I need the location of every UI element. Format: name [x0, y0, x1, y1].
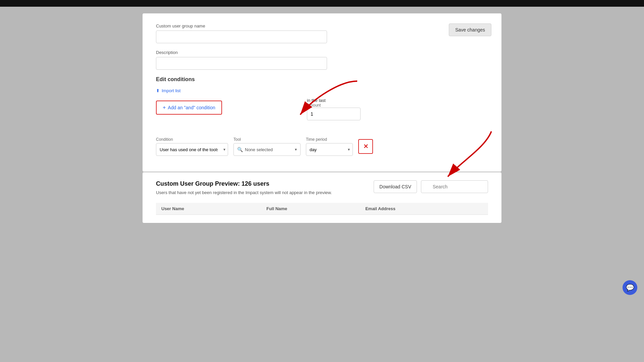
time-period-column: Time period day week month year	[306, 137, 353, 156]
tool-dropdown-text: None selected	[245, 147, 293, 152]
column-username: User Name	[156, 203, 261, 215]
tool-dropdown[interactable]: 🔍 None selected ▾	[233, 143, 301, 156]
search-wrapper: 🔍	[421, 180, 488, 193]
preview-title: Custom User Group Preview: 126 users	[156, 180, 332, 187]
preview-header: Custom User Group Preview: 126 users Use…	[156, 180, 488, 196]
chat-button[interactable]: 💬	[623, 280, 637, 295]
time-period-wrapper: day week month year	[306, 143, 353, 156]
import-list-label: Import list	[162, 88, 180, 93]
conditions-layout: ⬆ Import list + Add an "and" condition	[156, 88, 488, 162]
users-table: User Name Full Name Email Address	[156, 203, 488, 215]
column-email: Email Address	[360, 203, 488, 215]
amount-input[interactable]	[307, 108, 361, 120]
group-name-section: Custom user group name	[156, 23, 488, 43]
amount-label: Amount	[307, 103, 488, 108]
time-period-select[interactable]: day week month year	[310, 147, 349, 152]
preview-card: Custom User Group Preview: 126 users Use…	[143, 172, 501, 223]
page-wrapper: Save changes Custom user group name Desc…	[0, 0, 644, 362]
preview-actions: Download CSV 🔍	[374, 180, 488, 193]
table-section: User Name Full Name Email Address	[156, 203, 488, 215]
description-section: Description	[156, 50, 488, 70]
description-input[interactable]	[156, 57, 327, 70]
import-list-row: ⬆ Import list	[156, 88, 488, 97]
group-name-label: Custom user group name	[156, 23, 488, 28]
condition-column: Condition User has used one of the tools	[156, 137, 228, 156]
table-header-row: User Name Full Name Email Address	[156, 203, 488, 215]
save-changes-button[interactable]: Save changes	[449, 23, 491, 36]
condition-select[interactable]: User has used one of the tools	[156, 143, 228, 156]
search-input[interactable]	[421, 180, 488, 193]
preview-text-block: Custom User Group Preview: 126 users Use…	[156, 180, 332, 196]
chat-icon: 💬	[626, 284, 634, 292]
close-icon: ✕	[363, 143, 368, 150]
condition-row: Condition User has used one of the tools…	[156, 137, 488, 156]
chevron-down-icon: ▾	[295, 147, 297, 152]
download-csv-button[interactable]: Download CSV	[374, 180, 417, 193]
import-list-link[interactable]: ⬆ Import list	[156, 88, 180, 93]
condition-select-wrapper: User has used one of the tools	[156, 143, 228, 156]
content-wrapper: Save changes Custom user group name Desc…	[0, 7, 644, 223]
table-header: User Name Full Name Email Address	[156, 203, 488, 215]
in-the-last-label: in the last	[307, 98, 488, 103]
in-the-last-section: in the last Amount	[307, 98, 488, 120]
add-condition-button[interactable]: + Add an "and" condition	[156, 101, 222, 115]
tool-column-label: Tool	[233, 137, 301, 142]
main-form-card: Save changes Custom user group name Desc…	[143, 13, 501, 172]
tool-column: Tool 🔍 None selected ▾	[233, 137, 301, 156]
description-label: Description	[156, 50, 488, 55]
preview-subtitle: Users that have not yet been registered …	[156, 189, 332, 196]
column-fullname: Full Name	[261, 203, 360, 215]
plus-icon: +	[163, 105, 166, 111]
condition-column-label: Condition	[156, 137, 228, 142]
top-bar	[0, 0, 644, 7]
time-period-label: Time period	[306, 137, 353, 142]
card-and-preview: Save changes Custom user group name Desc…	[143, 13, 501, 223]
add-condition-label: Add an "and" condition	[168, 105, 215, 110]
search-icon: 🔍	[237, 147, 243, 152]
delete-condition-button[interactable]: ✕	[358, 139, 373, 154]
upload-icon: ⬆	[156, 88, 160, 93]
group-name-input[interactable]	[156, 31, 327, 43]
edit-conditions-title: Edit conditions	[156, 76, 488, 82]
delete-column: ✕	[358, 139, 373, 154]
